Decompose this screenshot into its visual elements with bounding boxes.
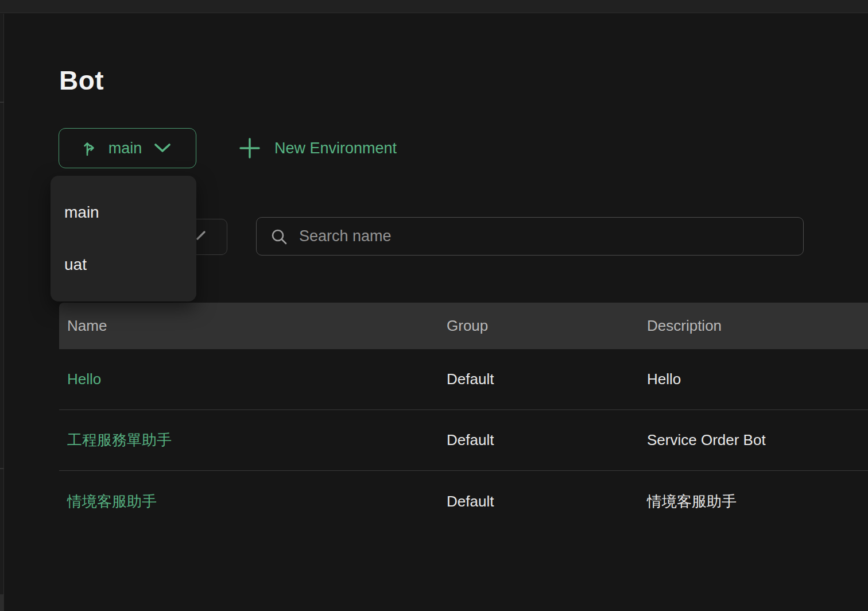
new-environment-button[interactable]: New Environment — [234, 128, 401, 168]
search-icon — [270, 228, 288, 245]
table-row: 情境客服助手 Default 情境客服助手 — [59, 471, 868, 532]
sidebar-divider — [0, 102, 4, 103]
window-top-bar — [0, 0, 868, 13]
column-header-description: Description — [639, 317, 868, 335]
column-header-group: Group — [439, 317, 639, 335]
sidebar-divider — [0, 468, 4, 469]
menu-item-main[interactable]: main — [51, 186, 196, 239]
app-window: Bot main New Environment — [0, 0, 868, 611]
bot-name-link[interactable]: 工程服務單助手 — [59, 430, 439, 450]
bot-name-link[interactable]: Hello — [59, 370, 439, 388]
plus-icon — [239, 137, 261, 159]
branch-icon — [83, 139, 97, 157]
check-icon — [196, 231, 206, 240]
bot-group: Default — [439, 431, 639, 449]
sidebar-bottom-item — [0, 594, 4, 611]
table-header: Name Group Description — [59, 303, 868, 349]
table-row: 工程服務單助手 Default Service Order Bot — [59, 410, 868, 471]
bot-description: Hello — [639, 370, 868, 388]
bot-description: Service Order Bot — [639, 431, 868, 449]
column-header-name: Name — [59, 317, 439, 335]
page-title: Bot — [59, 65, 104, 96]
search-input[interactable] — [298, 227, 795, 246]
search-box — [256, 217, 804, 256]
collapsed-sidebar-edge — [0, 14, 4, 611]
bot-table: Name Group Description Hello Default Hel… — [59, 303, 868, 532]
menu-item-uat[interactable]: uat — [51, 239, 196, 292]
environment-branch-button[interactable]: main — [59, 128, 196, 168]
bot-name-link[interactable]: 情境客服助手 — [59, 492, 439, 512]
table-row: Hello Default Hello — [59, 349, 868, 410]
chevron-down-icon — [153, 142, 172, 154]
new-environment-label: New Environment — [274, 140, 397, 157]
environment-dropdown-menu: main uat — [51, 176, 196, 301]
branch-button-label: main — [108, 140, 142, 157]
bot-group: Default — [439, 493, 639, 511]
bot-group: Default — [439, 370, 639, 388]
bot-description: 情境客服助手 — [639, 492, 868, 512]
